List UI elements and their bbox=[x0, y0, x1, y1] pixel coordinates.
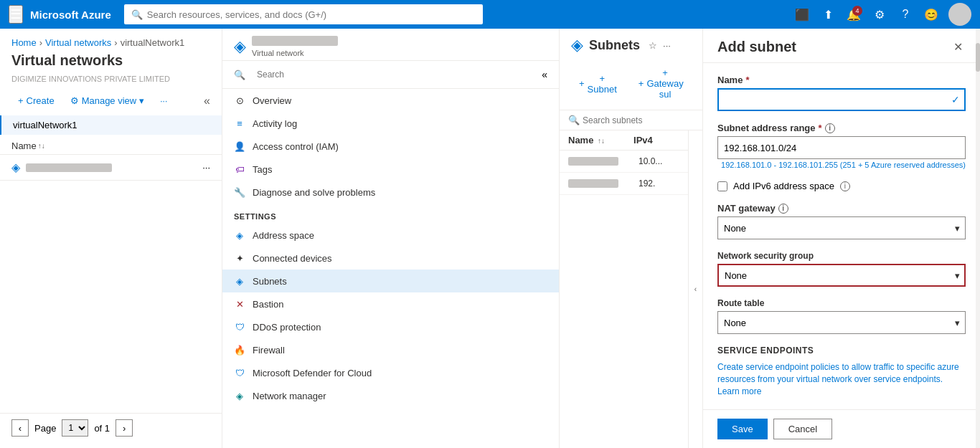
panel-subtitle: Virtual network bbox=[252, 49, 338, 57]
subnets-actions: + + Subnet + + Gateway sul bbox=[560, 57, 702, 110]
nav-item-network-manager[interactable]: ◈ Network manager bbox=[222, 384, 559, 407]
panel-close-bar: Add subnet ✕ bbox=[703, 29, 980, 63]
collapse-middle-button[interactable]: « bbox=[542, 69, 547, 80]
help-button[interactable]: ? bbox=[894, 3, 917, 26]
subnets-header: ◈ Subnets ☆ ··· bbox=[560, 29, 702, 57]
nav-item-subnets[interactable]: ◈ Subnets bbox=[222, 270, 559, 292]
overview-icon: ⊙ bbox=[234, 95, 245, 106]
nav-item-firewall[interactable]: 🔥 Firewall bbox=[222, 338, 559, 361]
subnet-row[interactable]: 10.0... bbox=[560, 151, 688, 173]
subnets-search-input[interactable] bbox=[583, 115, 694, 125]
breadcrumb-home[interactable]: Home bbox=[11, 37, 37, 48]
add-gateway-button[interactable]: + + Gateway sul bbox=[631, 63, 692, 104]
manage-view-button[interactable]: ⚙ Manage view ▾ bbox=[64, 92, 151, 110]
notifications-button[interactable]: 🔔 4 bbox=[842, 3, 865, 26]
next-page-button[interactable]: › bbox=[116, 419, 133, 437]
nat-gateway-select[interactable]: None bbox=[717, 216, 966, 239]
form-area: Name * ✓ Subnet address range * i 192.16… bbox=[703, 63, 980, 409]
feedback-button[interactable]: 😊 bbox=[920, 3, 943, 26]
col-name: Name ↑↓ bbox=[568, 135, 605, 146]
nsg-label: Network security group bbox=[717, 251, 966, 261]
nav-item-diagnose[interactable]: 🔧 Diagnose and solve problems bbox=[222, 181, 559, 204]
nat-gateway-label: NAT gateway i bbox=[717, 203, 966, 214]
subnet-range-info-icon[interactable]: i bbox=[825, 123, 835, 133]
global-search-box[interactable]: 🔍 bbox=[124, 4, 483, 24]
breadcrumb-current: virtualNetwork1 bbox=[121, 37, 185, 48]
create-button[interactable]: + Create bbox=[11, 92, 61, 110]
route-table-form-group: Route table None ▾ bbox=[717, 298, 966, 334]
add-subnet-button[interactable]: + + Subnet bbox=[571, 69, 625, 99]
subnets-icon: ◈ bbox=[234, 275, 245, 287]
subnet-range-hint: 192.168.101.0 - 192.168.101.255 (251 + 5… bbox=[717, 161, 966, 169]
route-table-select[interactable]: None bbox=[717, 311, 966, 334]
nat-gateway-select-wrapper: None ▾ bbox=[717, 216, 966, 239]
firewall-icon: 🔥 bbox=[234, 344, 245, 356]
required-indicator: * bbox=[745, 75, 749, 85]
prev-page-button[interactable]: ‹ bbox=[11, 419, 29, 437]
scrollbar-track[interactable] bbox=[976, 29, 980, 448]
nav-item-defender[interactable]: 🛡 Microsoft Defender for Cloud bbox=[222, 361, 559, 384]
list-item[interactable]: ◈ ··· bbox=[0, 155, 222, 181]
checkmark-icon: ✓ bbox=[951, 94, 960, 105]
nav-item-overview[interactable]: ⊙ Overview bbox=[222, 89, 559, 112]
hamburger-menu-button[interactable]: ☰ bbox=[9, 5, 23, 24]
settings-button[interactable]: ⚙ bbox=[868, 3, 891, 26]
middle-search-input[interactable] bbox=[251, 67, 536, 82]
nav-item-activity-log[interactable]: ≡ Activity log bbox=[222, 112, 559, 135]
middle-panel: ◈ Virtual network 🔍 « ⊙ Overview ≡ Activ… bbox=[222, 29, 560, 448]
name-input[interactable] bbox=[717, 88, 966, 111]
network-name-block bbox=[26, 163, 112, 172]
nav-item-tags[interactable]: 🏷 Tags bbox=[222, 158, 559, 181]
ipv6-info-icon[interactable]: i bbox=[840, 181, 850, 191]
row-more-button[interactable]: ··· bbox=[202, 162, 210, 173]
col-ipv4: IPv4 bbox=[633, 135, 653, 146]
cloud-shell-button[interactable]: ⬛ bbox=[791, 3, 814, 26]
subnets-star-icon[interactable]: ☆ bbox=[649, 40, 657, 51]
global-search-input[interactable] bbox=[147, 9, 476, 20]
ipv6-checkbox[interactable] bbox=[717, 181, 727, 191]
plus-icon: + bbox=[579, 78, 585, 89]
save-button[interactable]: Save bbox=[717, 419, 768, 439]
plus-icon: + bbox=[18, 95, 24, 106]
vnet-filter-input[interactable] bbox=[13, 120, 210, 130]
nat-gateway-form-group: NAT gateway i None ▾ bbox=[717, 203, 966, 239]
subnet-name-block bbox=[568, 179, 618, 188]
cancel-button[interactable]: Cancel bbox=[773, 419, 832, 439]
bastion-icon: ✕ bbox=[234, 298, 245, 310]
nav-item-connected-devices[interactable]: ✦ Connected devices bbox=[222, 247, 559, 270]
breadcrumb-virtual-networks[interactable]: Virtual networks bbox=[45, 37, 111, 48]
subnets-panel-icon: ◈ bbox=[571, 36, 583, 54]
nav-item-ddos[interactable]: 🛡 DDoS protection bbox=[222, 315, 559, 338]
nsg-select[interactable]: None bbox=[717, 264, 966, 287]
close-panel-button[interactable]: ✕ bbox=[951, 37, 966, 57]
scroll-nav[interactable]: ‹ bbox=[688, 130, 702, 448]
sort-arrows-icon: ↑↓ bbox=[38, 142, 45, 150]
plus-icon: + bbox=[639, 78, 644, 89]
left-panel: Home › Virtual networks › virtualNetwork… bbox=[0, 29, 222, 448]
list-column-header: Name ↑↓ bbox=[0, 138, 222, 155]
page-select[interactable]: 1 bbox=[62, 419, 88, 437]
middle-panel-header: ◈ Virtual network bbox=[222, 29, 559, 61]
main-layout: Home › Virtual networks › virtualNetwork… bbox=[0, 29, 980, 448]
route-table-select-wrapper: None ▾ bbox=[717, 311, 966, 334]
nat-info-icon[interactable]: i bbox=[778, 204, 788, 214]
subnets-search: 🔍 bbox=[560, 110, 702, 130]
more-options-button[interactable]: ··· bbox=[154, 92, 174, 110]
subnets-title: Subnets bbox=[589, 38, 640, 53]
user-avatar[interactable] bbox=[948, 3, 971, 26]
nav-item-bastion[interactable]: ✕ Bastion bbox=[222, 292, 559, 315]
collapse-left-button[interactable]: « bbox=[204, 95, 210, 108]
subnets-col-headers: Name ↑↓ IPv4 bbox=[560, 130, 688, 151]
nav-item-address-space[interactable]: ◈ Address space bbox=[222, 224, 559, 247]
tags-icon: 🏷 bbox=[234, 163, 245, 175]
name-input-wrapper: ✓ bbox=[717, 88, 966, 111]
subnets-more-icon[interactable]: ··· bbox=[663, 40, 671, 51]
service-endpoints-header: SERVICE ENDPOINTS bbox=[717, 345, 966, 356]
nav-item-iam[interactable]: 👤 Access control (IAM) bbox=[222, 135, 559, 158]
top-navigation: ☰ Microsoft Azure 🔍 ⬛ ⬆ 🔔 4 ⚙ ? 😊 bbox=[0, 0, 980, 29]
subnet-row[interactable]: 192. bbox=[560, 173, 688, 195]
subnet-range-input[interactable] bbox=[717, 136, 966, 159]
scrollbar-thumb[interactable] bbox=[976, 43, 980, 72]
upload-button[interactable]: ⬆ bbox=[816, 3, 839, 26]
nav-list: ⊙ Overview ≡ Activity log 👤 Access contr… bbox=[222, 89, 559, 448]
